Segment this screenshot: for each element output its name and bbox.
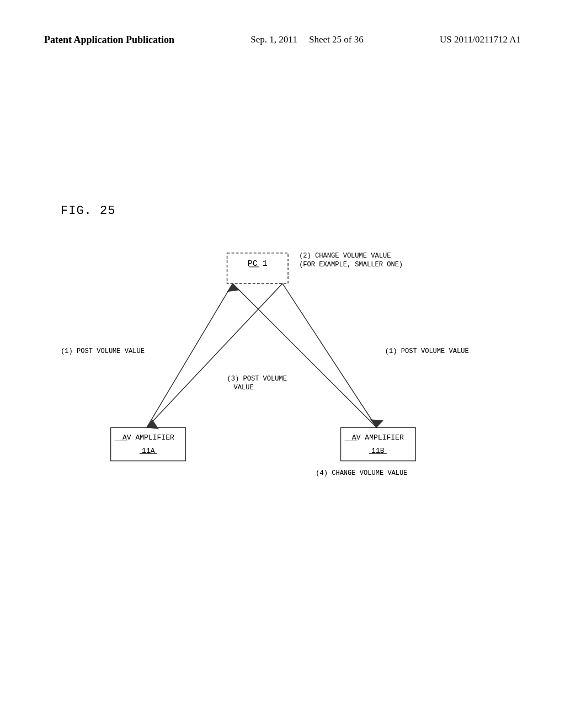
annotation-1-left: (1) POST VOLUME VALUE bbox=[61, 347, 145, 355]
annotation-2b: (FOR EXAMPLE, SMALLER ONE) bbox=[299, 261, 403, 269]
right-arm-line bbox=[282, 283, 377, 427]
annotation-3b: VALUE bbox=[234, 384, 254, 392]
left-arm-line bbox=[147, 283, 233, 427]
patent-number: US 2011/0211712 A1 bbox=[440, 33, 521, 46]
figure-label: FIG. 25 bbox=[61, 204, 115, 218]
sheet-number: Sheet 25 of 36 bbox=[309, 34, 364, 45]
publication-label: Patent Application Publication bbox=[44, 33, 174, 47]
date-sheet: Sep. 1, 2011 Sheet 25 of 36 bbox=[250, 33, 363, 46]
av-amp-right-box bbox=[340, 427, 415, 461]
annotation-1-right: (1) POST VOLUME VALUE bbox=[385, 347, 469, 355]
figure-diagram: PC 1 (2) CHANGE VOLUME VALUE (FOR EXAMPL… bbox=[44, 232, 521, 552]
publication-date: Sep. 1, 2011 bbox=[250, 34, 297, 45]
annotation-2: (2) CHANGE VOLUME VALUE bbox=[299, 252, 391, 260]
av-amp-left-label: AV AMPLIFIER bbox=[122, 433, 174, 442]
arrow-left-to-pc bbox=[227, 283, 239, 292]
av-amp-right-label: AV AMPLIFIER bbox=[352, 433, 404, 442]
av-amp-left-box bbox=[111, 427, 186, 461]
annotation-3: (3) POST VOLUME bbox=[227, 375, 287, 383]
cross-left-line bbox=[147, 283, 282, 427]
diagram-svg: PC 1 (2) CHANGE VOLUME VALUE (FOR EXAMPL… bbox=[44, 232, 521, 552]
page: Patent Application Publication Sep. 1, 2… bbox=[0, 0, 565, 728]
annotation-4: (4) CHANGE VOLUME VALUE bbox=[316, 469, 407, 477]
cross-right-line bbox=[233, 283, 377, 427]
page-header: Patent Application Publication Sep. 1, 2… bbox=[0, 33, 565, 47]
